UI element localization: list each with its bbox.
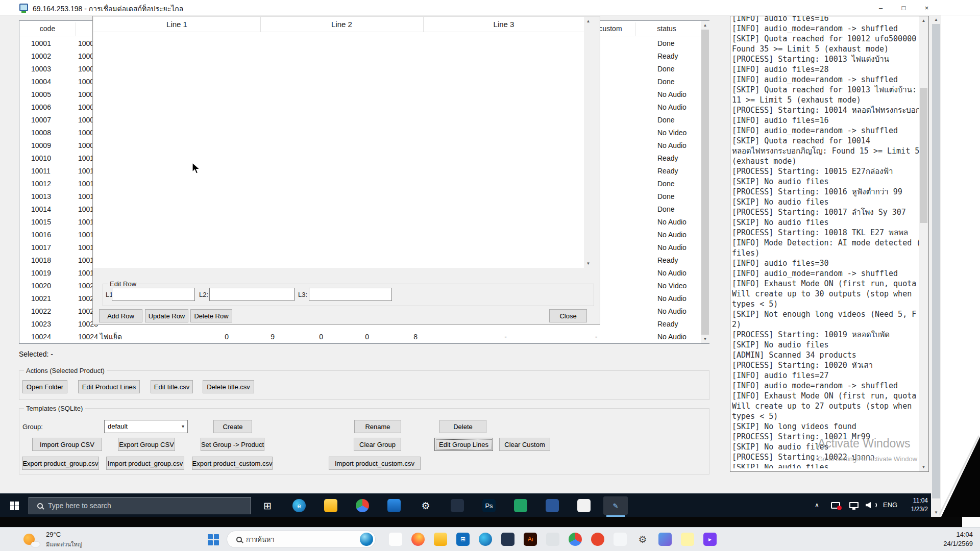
log-scrollbar[interactable]: ▲ ▼ (919, 16, 928, 471)
column-header-status[interactable]: status (639, 21, 695, 37)
chrome-icon[interactable] (568, 532, 583, 547)
l2-input[interactable] (209, 288, 295, 301)
l3-input[interactable] (309, 288, 392, 301)
log-line: [INFO] audio files=30 (732, 258, 919, 268)
maximize-button[interactable]: □ (892, 0, 915, 15)
network-monitor-icon[interactable] (849, 502, 859, 508)
microsoft-store-icon[interactable]: ⊞ (455, 532, 471, 547)
clear-group-button[interactable]: Clear Group (354, 438, 401, 451)
column-header-line3[interactable]: Line 3 (423, 17, 584, 32)
app-icon-11[interactable] (612, 532, 628, 547)
start-button[interactable] (206, 533, 220, 547)
dialog-lines-table[interactable]: Line 1 Line 2 Line 3 ▲ ▼ (93, 17, 593, 268)
app-icon-6[interactable] (500, 532, 516, 547)
chrome-icon[interactable] (350, 496, 375, 515)
notepad-icon[interactable] (680, 532, 695, 547)
log-line: [SKIP] No long videos found (732, 421, 919, 432)
active-app-feather-icon[interactable]: ✎ (603, 496, 628, 515)
scroll-up-icon[interactable]: ▲ (584, 17, 593, 26)
dialog-table-scrollbar[interactable]: ▲ ▼ (584, 17, 593, 268)
clock[interactable]: 11:04 1/23/2 (899, 496, 928, 514)
taskbar-search-box[interactable]: การค้นหา (227, 531, 376, 548)
import-product-custom-csv-button[interactable]: Import product_custom.csv (329, 457, 421, 470)
l2-label: L2: (199, 291, 208, 298)
speaker-icon[interactable] (866, 502, 871, 508)
edge-icon[interactable] (478, 532, 493, 547)
minimize-button[interactable]: – (869, 0, 892, 15)
column-header-code[interactable]: code (19, 21, 76, 37)
clear-custom-button[interactable]: Clear Custom (499, 438, 550, 451)
defender-shield-icon[interactable] (382, 496, 406, 515)
table-scrollbar[interactable]: ▲ ▼ (701, 21, 709, 343)
activate-windows-watermark: Activate Windows Go to Settings to activ… (818, 437, 931, 463)
scroll-up-icon[interactable]: ▲ (919, 16, 928, 25)
taskbar-search-box[interactable]: Type here to search (29, 497, 251, 514)
folder-icon[interactable] (433, 532, 448, 547)
delete-title-csv-button[interactable]: Delete title.csv (203, 380, 254, 393)
open-folder-button[interactable]: Open Folder (22, 380, 67, 393)
export-product-group-csv-button[interactable]: Export product_group.csv (22, 457, 99, 470)
column-header-line1[interactable]: Line 1 (93, 17, 260, 32)
photoshop-icon[interactable]: Ps (477, 496, 501, 515)
spreadsheet-icon[interactable] (508, 496, 533, 515)
edit-title-csv-button[interactable]: Edit title.csv (151, 380, 193, 393)
edge-icon[interactable]: e (287, 496, 311, 515)
export-group-csv-button[interactable]: Export Group CSV (118, 438, 175, 451)
set-group-product-button[interactable]: Set Group -> Product (201, 438, 264, 451)
app-icon-8[interactable] (545, 532, 560, 547)
tray-time: 11:04 (913, 497, 928, 504)
import-group-csv-button[interactable]: Import Group CSV (32, 438, 102, 451)
scrollbar-thumb[interactable] (701, 30, 709, 335)
log-line: [INFO] audio_mode=random -> shuffled (732, 126, 919, 136)
file-explorer-icon[interactable] (318, 496, 343, 515)
scrollbar-thumb[interactable] (920, 88, 927, 223)
firefox-icon[interactable] (410, 532, 426, 547)
weather-icon[interactable] (23, 532, 39, 547)
mouse-cursor (192, 162, 201, 174)
settings-gear-icon[interactable]: ⚙ (635, 532, 650, 547)
rename-button[interactable]: Rename (354, 420, 401, 433)
delete-row-button[interactable]: Delete Row (190, 309, 232, 322)
export-product-custom-csv-button[interactable]: Export product_custom.csv (192, 457, 273, 470)
column-header-line2[interactable]: Line 2 (260, 17, 423, 32)
edit-group-lines-dialog: Line 1 Line 2 Line 3 ▲ ▼ Edit Row L1: L2… (92, 16, 600, 325)
create-button[interactable]: Create (213, 420, 252, 433)
document-app-icon[interactable] (388, 532, 403, 547)
edit-group-lines-button[interactable]: Edit Group Lines (434, 438, 493, 451)
edit-product-lines-button[interactable]: Edit Product Lines (78, 380, 140, 393)
close-button[interactable]: × (915, 0, 938, 15)
log-panel[interactable]: [INFO] audio files=16[INFO] audio_mode=r… (730, 16, 929, 472)
add-row-button[interactable]: Add Row (99, 309, 142, 322)
dialog-close-button[interactable]: Close (549, 309, 587, 322)
notification-icon[interactable] (831, 502, 840, 509)
windows-logo-icon (208, 534, 219, 545)
app-icon-7[interactable] (445, 496, 470, 515)
weather-description[interactable]: มีแดดส่วนใหญ่ (46, 540, 82, 549)
update-row-button[interactable]: Update Row (145, 309, 188, 322)
scroll-down-icon[interactable]: ▼ (584, 259, 593, 268)
tray-chevron-up-icon[interactable]: ∧ (815, 502, 819, 509)
scroll-down-icon[interactable]: ▼ (701, 335, 709, 343)
scroll-up-icon[interactable]: ▲ (701, 21, 709, 30)
group-dropdown[interactable]: default ▾ (104, 420, 188, 433)
photos-icon[interactable] (657, 532, 673, 547)
language-indicator[interactable]: ENG (883, 501, 897, 509)
scroll-down-icon[interactable]: ▼ (919, 463, 928, 471)
notepad-icon[interactable] (572, 496, 596, 515)
task-view-icon[interactable]: ⊞ (255, 496, 280, 515)
import-product-group-csv-button[interactable]: Import product_group.csv (106, 457, 184, 470)
clock[interactable]: 14:04 24/1/2569 (927, 530, 973, 548)
document-icon[interactable] (540, 496, 565, 515)
delete-button[interactable]: Delete (439, 420, 486, 433)
weather-temperature[interactable]: 29°C (46, 531, 61, 538)
scrollbar-thumb[interactable] (932, 24, 940, 498)
scroll-up-icon[interactable]: ▲ (931, 15, 941, 24)
start-button[interactable] (6, 497, 22, 514)
log-content: [INFO] audio files=16[INFO] audio_mode=r… (732, 16, 919, 468)
media-player-icon[interactable]: ▸ (702, 532, 718, 547)
settings-gear-icon[interactable]: ⚙ (413, 496, 438, 515)
10024 ไฟแย็ด[interactable]: 10024 10024 ไฟแย็ด 0 9 0 0 8 - - No Audi… (19, 331, 701, 343)
l1-input[interactable] (112, 288, 195, 301)
app-icon-10[interactable] (590, 532, 605, 547)
illustrator-icon[interactable]: Ai (523, 532, 538, 547)
